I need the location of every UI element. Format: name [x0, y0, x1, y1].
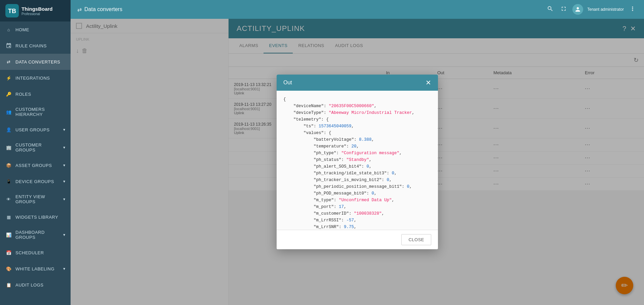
sidebar-item-user-groups-label: USER GROUPS	[15, 127, 50, 132]
sidebar-item-audit-logs[interactable]: 📋 AUDIT LOGS	[0, 277, 71, 293]
sidebar: TB ThingsBoard Professional ⌂ HOME RULE …	[0, 0, 71, 305]
dashboard-groups-chevron: ▾	[63, 232, 66, 237]
sidebar-item-audit-logs-label: AUDIT LOGS	[15, 282, 44, 288]
white-labeling-icon: 🎨	[5, 265, 12, 272]
asset-groups-chevron: ▾	[63, 163, 66, 168]
entity-view-groups-chevron: ▾	[63, 197, 66, 202]
modal-close-x-button[interactable]: ✕	[426, 79, 431, 86]
sidebar-item-customers-hierarchy-label: CUSTOMERS HIERARCHY	[15, 107, 65, 117]
sidebar-item-integrations-label: INTEGRATIONS	[15, 76, 50, 81]
sidebar-item-roles-label: ROLES	[15, 92, 31, 97]
data-converters-icon: ⇄	[5, 58, 12, 65]
sidebar-item-entity-view-groups-label: ENTITY VIEW GROUPS	[15, 194, 63, 204]
topbar-title: Data converters	[84, 6, 546, 12]
rule-chains-icon	[5, 42, 12, 49]
sidebar-item-scheduler[interactable]: 📅 SCHEDULER	[0, 245, 71, 261]
app-name: ThingsBoard	[22, 6, 53, 12]
integrations-icon: ⚡	[5, 75, 12, 81]
sidebar-item-data-converters-label: DATA CONVERTERS	[15, 59, 60, 64]
sidebar-item-roles[interactable]: 🔑 ROLES	[0, 86, 71, 102]
sidebar-item-home-label: HOME	[15, 27, 29, 32]
sidebar-item-scheduler-label: SCHEDULER	[15, 250, 44, 255]
topbar: ⇄ Data converters Tenant administrator	[71, 0, 644, 19]
sidebar-item-home[interactable]: ⌂ HOME	[0, 21, 71, 38]
sidebar-item-white-labeling[interactable]: 🎨 WHITE LABELING ▾	[0, 261, 71, 277]
sidebar-item-asset-groups[interactable]: 📦 ASSET GROUPS ▾	[0, 157, 71, 173]
user-groups-icon: 👤	[5, 126, 12, 133]
audit-logs-icon: 📋	[5, 281, 12, 288]
sidebar-item-entity-view-groups[interactable]: 👁 ENTITY VIEW GROUPS ▾	[0, 189, 71, 209]
sidebar-item-asset-groups-label: ASSET GROUPS	[15, 163, 52, 168]
app-logo: TB ThingsBoard Professional	[0, 0, 71, 21]
device-groups-chevron: ▾	[63, 179, 66, 184]
app-edition: Professional	[22, 12, 53, 16]
modal: Out ✕ { "deviceName": "20635F00C5000660"…	[277, 75, 438, 249]
fullscreen-button[interactable]	[559, 4, 568, 15]
sidebar-item-user-groups[interactable]: 👤 USER GROUPS ▾	[0, 122, 71, 138]
topbar-user: Tenant administrator	[587, 7, 624, 12]
search-button[interactable]	[546, 4, 555, 15]
sidebar-item-customers-hierarchy[interactable]: 👥 CUSTOMERS HIERARCHY	[0, 102, 71, 122]
device-groups-icon: 📱	[5, 178, 12, 185]
home-icon: ⌂	[5, 26, 12, 33]
modal-body[interactable]: { "deviceName": "20635F00C5000660", "dev…	[277, 91, 438, 230]
sidebar-item-rule-chains-label: RULE CHAINS	[15, 43, 47, 48]
modal-close-button[interactable]: CLOSE	[401, 234, 431, 245]
modal-content: { "deviceName": "20635F00C5000660", "dev…	[283, 96, 431, 230]
sidebar-item-dashboard-groups-label: DASHBOARD GROUPS	[15, 230, 63, 240]
sidebar-item-data-converters[interactable]: ⇄ DATA CONVERTERS	[0, 54, 71, 70]
asset-groups-icon: 📦	[5, 162, 12, 169]
svg-text:TB: TB	[8, 8, 16, 14]
white-labeling-chevron: ▾	[63, 266, 66, 271]
modal-footer: CLOSE	[277, 230, 438, 249]
topbar-actions: Tenant administrator	[546, 4, 637, 15]
modal-title: Out	[283, 80, 292, 86]
sidebar-item-customer-groups-label: CUSTOMER GROUPS	[15, 142, 63, 152]
customers-hierarchy-icon: 👥	[5, 108, 12, 115]
customer-groups-icon: 🏢	[5, 144, 12, 151]
roles-icon: 🔑	[5, 91, 12, 97]
sidebar-item-device-groups[interactable]: 📱 DEVICE GROUPS ▾	[0, 173, 71, 189]
scheduler-icon: 📅	[5, 249, 12, 256]
sidebar-item-widgets-library-label: WIDGETS LIBRARY	[15, 215, 58, 220]
logo-icon: TB	[5, 4, 19, 17]
main-area: ⇄ Data converters Tenant administrator A…	[71, 0, 644, 305]
user-groups-chevron: ▾	[63, 127, 66, 132]
panel-area: Actility_Uplink UPLINK ↓ 🗑 ACTILITY_UPLI…	[71, 19, 644, 305]
sidebar-item-device-groups-label: DEVICE GROUPS	[15, 179, 54, 184]
sidebar-item-white-labeling-label: WHITE LABELING	[15, 266, 54, 271]
sidebar-item-widgets-library[interactable]: ▦ WIDGETS LIBRARY	[0, 209, 71, 225]
avatar	[572, 4, 583, 15]
sidebar-item-rule-chains[interactable]: RULE CHAINS	[0, 38, 71, 54]
modal-header: Out ✕	[277, 75, 438, 91]
sidebar-item-customer-groups[interactable]: 🏢 CUSTOMER GROUPS ▾	[0, 138, 71, 157]
entity-view-groups-icon: 👁	[5, 196, 12, 203]
sidebar-item-integrations[interactable]: ⚡ INTEGRATIONS	[0, 70, 71, 86]
more-menu-button[interactable]	[628, 4, 637, 15]
modal-overlay: Out ✕ { "deviceName": "20635F00C5000660"…	[71, 19, 644, 305]
widgets-library-icon: ▦	[5, 214, 12, 220]
customer-groups-chevron: ▾	[63, 145, 66, 150]
topbar-icon: ⇄	[77, 6, 82, 13]
sidebar-item-dashboard-groups[interactable]: 📊 DASHBOARD GROUPS ▾	[0, 225, 71, 245]
dashboard-groups-icon: 📊	[5, 231, 12, 238]
